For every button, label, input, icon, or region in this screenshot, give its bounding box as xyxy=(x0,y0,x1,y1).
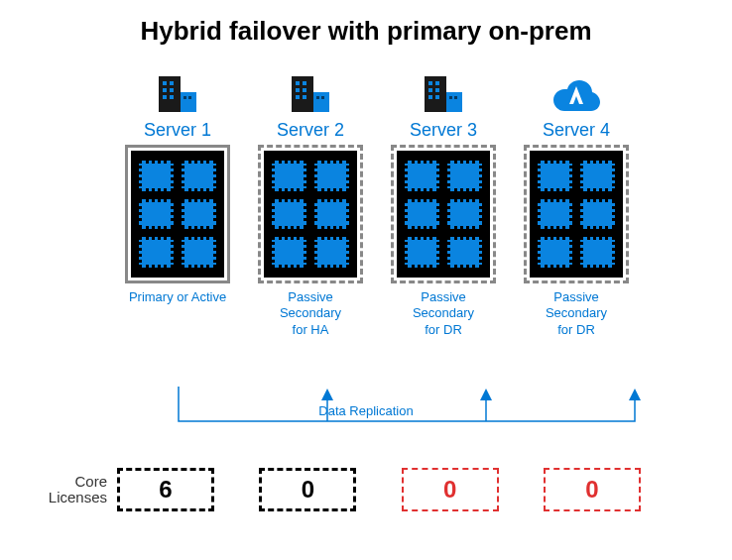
chip-icon xyxy=(139,237,174,268)
svg-rect-23 xyxy=(428,88,432,92)
building-icon xyxy=(290,68,331,114)
chip-icon xyxy=(538,161,572,191)
chip-icon xyxy=(182,237,216,268)
svg-rect-18 xyxy=(316,96,319,99)
chip-icon xyxy=(580,199,615,230)
svg-rect-9 xyxy=(188,96,191,99)
chip-icon xyxy=(447,237,482,268)
server-col-3: Server 3 PassiveSecondaryfor DR xyxy=(377,68,510,343)
chip-icon xyxy=(272,199,306,230)
svg-rect-4 xyxy=(170,88,174,92)
svg-rect-21 xyxy=(428,81,432,85)
role-label: PassiveSecondaryfor DR xyxy=(546,289,607,343)
chip-icon xyxy=(314,199,349,230)
core-box xyxy=(397,151,490,278)
svg-rect-3 xyxy=(163,88,167,92)
svg-rect-11 xyxy=(296,81,300,85)
server-col-4: Server 4 PassiveSecondaryfor DR xyxy=(510,68,643,343)
license-box-2: 0 xyxy=(259,468,356,511)
chip-icon xyxy=(447,161,482,191)
chip-icon xyxy=(272,161,306,191)
role-label: PassiveSecondaryfor DR xyxy=(413,289,474,343)
licenses-row: CoreLicenses 6 0 0 0 xyxy=(0,468,732,511)
svg-rect-22 xyxy=(435,81,439,85)
chip-icon xyxy=(405,199,439,230)
chip-icon xyxy=(314,237,349,268)
svg-rect-1 xyxy=(163,81,167,85)
svg-rect-26 xyxy=(435,95,439,99)
svg-rect-14 xyxy=(303,88,306,92)
chip-icon xyxy=(580,161,615,191)
role-label: Primary or Active xyxy=(129,289,226,343)
svg-rect-5 xyxy=(163,95,167,99)
svg-rect-28 xyxy=(449,96,452,99)
server-name: Server 1 xyxy=(144,120,211,141)
chip-icon xyxy=(139,161,174,191)
chip-icon xyxy=(314,161,349,191)
servers-row: Server 1 Primary or Active Server 2 Pas xyxy=(0,68,732,343)
cloud-icon xyxy=(549,68,604,114)
chip-icon xyxy=(538,237,572,268)
svg-rect-12 xyxy=(303,81,306,85)
server-col-1: Server 1 Primary or Active xyxy=(111,68,244,343)
core-box xyxy=(131,151,224,278)
server-name: Server 3 xyxy=(410,120,477,141)
license-box-1: 6 xyxy=(117,468,214,511)
chip-icon xyxy=(580,237,615,268)
svg-rect-6 xyxy=(170,95,174,99)
building-icon xyxy=(157,68,198,114)
licenses-label: CoreLicenses xyxy=(36,474,107,506)
server-name: Server 4 xyxy=(543,120,610,141)
license-box-3: 0 xyxy=(402,468,499,511)
building-icon xyxy=(423,68,464,114)
svg-rect-27 xyxy=(446,92,462,112)
chip-icon xyxy=(182,199,216,230)
chip-icon xyxy=(538,199,572,230)
chip-icon xyxy=(405,161,439,191)
chip-icon xyxy=(405,237,439,268)
svg-rect-19 xyxy=(321,96,324,99)
role-label: PassiveSecondaryfor HA xyxy=(280,289,341,343)
chip-icon xyxy=(272,237,306,268)
svg-rect-29 xyxy=(454,96,457,99)
svg-rect-8 xyxy=(183,96,186,99)
svg-rect-2 xyxy=(170,81,174,85)
server-col-2: Server 2 PassiveSecondaryfor HA xyxy=(244,68,377,343)
chip-icon xyxy=(139,199,174,230)
svg-rect-17 xyxy=(313,92,329,112)
license-box-4: 0 xyxy=(544,468,641,511)
svg-rect-16 xyxy=(303,95,306,99)
replication-label: Data Replication xyxy=(0,403,732,418)
diagram-title: Hybrid failover with primary on-prem xyxy=(0,16,732,47)
chip-icon xyxy=(182,161,216,191)
svg-rect-24 xyxy=(435,88,439,92)
licenses-boxes: 6 0 0 0 xyxy=(117,468,732,511)
svg-rect-25 xyxy=(428,95,432,99)
chip-icon xyxy=(447,199,482,230)
core-box xyxy=(530,151,623,278)
core-box xyxy=(264,151,357,278)
svg-rect-13 xyxy=(296,88,300,92)
svg-rect-15 xyxy=(296,95,300,99)
svg-rect-7 xyxy=(181,92,196,112)
server-name: Server 2 xyxy=(277,120,344,141)
